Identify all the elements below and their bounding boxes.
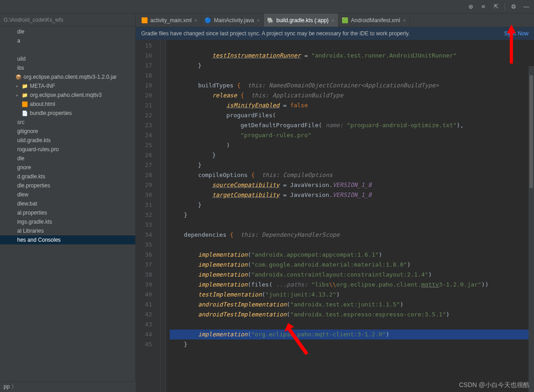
tree-item[interactable]: dlew (0, 190, 135, 199)
tree-item[interactable]: al.properties (0, 208, 135, 217)
editor-tab[interactable]: 🐘build.gradle.kts (:app)× (264, 14, 339, 27)
gradle-sync-bar: Gradle files have changed since last pro… (136, 27, 534, 40)
gradle-icon: 🐘 (267, 17, 274, 24)
close-icon[interactable]: × (194, 18, 197, 23)
breadcrumb-path: G:\Android_code\Ks_wfs (4, 17, 63, 23)
tree-item[interactable] (0, 45, 135, 54)
editor-area: 🟧activity_main.xml×🔵MainActivity.java×🐘b… (136, 14, 534, 392)
tree-item[interactable]: gnore (0, 163, 135, 172)
line-gutter: 1516171819202122232425262728293031323334… (136, 40, 161, 392)
close-icon[interactable]: × (331, 18, 334, 23)
expand-icon[interactable]: ⇱ (492, 3, 500, 11)
target-icon[interactable]: ⊕ (467, 3, 475, 11)
tree-item[interactable]: dle (0, 27, 135, 36)
separator (505, 3, 505, 10)
scrollbar-thumb[interactable] (529, 75, 533, 188)
editor-tab[interactable]: 🔵MainActivity.java× (201, 14, 264, 27)
vertical-scrollbar[interactable] (529, 66, 534, 392)
tree-item[interactable]: roguard-rules.pro (0, 145, 135, 154)
tree-item[interactable]: ▸📁org.eclipse.paho.client.mqttv3 (0, 91, 135, 100)
fold-column[interactable] (161, 40, 166, 392)
tree-item[interactable]: uild.gradle.kts (0, 136, 135, 145)
tree-item[interactable]: gitignore (0, 127, 135, 136)
status-bar: pp 〉 (0, 381, 136, 392)
breadcrumb: G:\Android_code\Ks_wfs (0, 14, 135, 26)
tree-item[interactable]: uild (0, 54, 135, 63)
annotation-arrow-2 (283, 321, 315, 358)
tree-item[interactable]: ings.gradle.kts (0, 217, 135, 226)
manifest-icon: 🟩 (342, 17, 348, 24)
code-content[interactable]: testInstrumentationRunner = "androidx.te… (166, 40, 534, 392)
project-sidebar: G:\Android_code\Ks_wfs dleauildibs📦org.e… (0, 14, 136, 392)
code-editor[interactable]: 1516171819202122232425262728293031323334… (136, 40, 534, 392)
tree-item[interactable]: hes and Consoles (0, 235, 135, 244)
tree-item[interactable]: d.gradle.kts (0, 172, 135, 181)
editor-tab[interactable]: 🟧activity_main.xml× (138, 14, 201, 27)
tree-item[interactable]: ▸📁META-INF (0, 81, 135, 91)
editor-tab[interactable]: 🟩AndroidManifest.xml× (339, 14, 410, 27)
project-tree[interactable]: dleauildibs📦org.eclipse.paho.client.mqtt… (0, 26, 135, 392)
tree-item[interactable]: dle.properties (0, 181, 135, 190)
tree-item[interactable]: dle (0, 154, 135, 163)
java-icon: 🔵 (205, 17, 211, 24)
tree-item[interactable]: a (0, 36, 135, 45)
tree-item[interactable]: 📦org.eclipse.paho.client.mqttv3-1.2.0.ja… (0, 72, 135, 81)
watermark: CSDN @小白今天也很酷 (459, 381, 529, 389)
status-text: pp 〉 (4, 383, 17, 391)
xml-icon: 🟧 (141, 17, 148, 24)
tree-item[interactable]: 📄bundle.properties (0, 109, 135, 118)
tree-item[interactable]: al Libraries (0, 226, 135, 235)
sync-message: Gradle files have changed since last pro… (141, 30, 410, 37)
tree-item[interactable]: dlew.bat (0, 199, 135, 208)
project-toolbar: ⊕ ≡ ⇱ ⚙ — (0, 0, 534, 14)
annotation-arrow-1 (505, 25, 518, 66)
tree-item[interactable]: ibs (0, 63, 135, 72)
tree-item[interactable]: src (0, 118, 135, 127)
close-icon[interactable]: × (403, 18, 405, 23)
svg-marker-1 (285, 323, 308, 355)
editor-tabs: 🟧activity_main.xml×🔵MainActivity.java×🐘b… (136, 14, 534, 27)
close-icon[interactable]: × (257, 18, 259, 23)
svg-marker-0 (507, 25, 515, 63)
gear-icon[interactable]: ⚙ (510, 3, 518, 11)
minimize-icon[interactable]: — (522, 3, 530, 11)
stack-icon[interactable]: ≡ (479, 3, 487, 11)
tree-item[interactable]: 🟧about.html (0, 100, 135, 109)
